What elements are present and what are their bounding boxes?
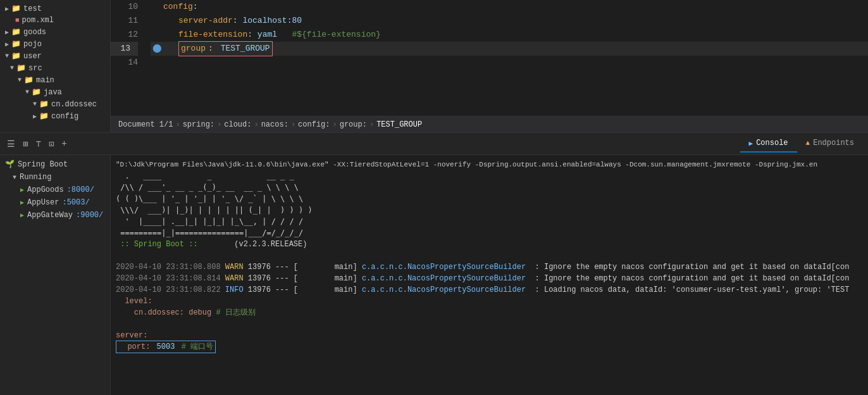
app-label: AppGateWay — [27, 211, 73, 220]
log-thread: main] — [335, 273, 362, 284]
running-dot: ▶ — [20, 199, 24, 206]
sidebar-item-goods[interactable]: ▶ 📁 goods — [0, 26, 110, 38]
sidebar-item-config[interactable]: ▶ 📁 config — [0, 110, 110, 122]
sidebar-label: main — [36, 76, 54, 85]
line-numbers: 10 11 12 13 14 — [111, 0, 146, 116]
sidebar-item-pojo[interactable]: ▶ 📁 pojo — [0, 38, 110, 50]
console-output: "D:\Jdk\Program Files\Java\jdk-11.0.6\bi… — [111, 155, 868, 395]
menu-icon[interactable]: ☰ — [5, 137, 17, 151]
code-token: config — [163, 0, 193, 14]
config-cn-line: cn.ddossec: debug # 日志级别 — [116, 307, 863, 318]
sidebar-label: test — [23, 4, 42, 13]
app-label: AppUser — [27, 198, 59, 207]
highlighted-line-box: group: TEST_GROUP — [178, 41, 273, 56]
log-thread: main] — [335, 284, 362, 296]
code-line-13: ⬤ group: TEST_GROUP — [151, 42, 868, 56]
folder-icon: 📁 — [11, 39, 21, 49]
port-val: 5003 — [157, 341, 180, 353]
port-key: port: — [118, 341, 155, 353]
tab-console[interactable]: ▶ Console — [740, 135, 797, 153]
code-token: yaml — [257, 28, 277, 42]
file-icon: ■ — [15, 16, 20, 24]
pin-icon[interactable]: ⊡ — [47, 137, 56, 151]
code-lines[interactable]: config: server-addr: localhost:80 file-e… — [146, 0, 868, 116]
log-class: c.a.c.n.c.NacosPropertySourceBuilder — [362, 273, 535, 284]
add-icon[interactable]: + — [59, 137, 68, 151]
sidebar-item-main[interactable]: ▼ 📁 main — [0, 74, 110, 86]
split-panel: 🌱 Spring Boot ▼ Running ▶ AppGoods:8000/… — [0, 155, 868, 395]
endpoint-tab-icon: ▲ — [806, 139, 810, 147]
config-server-line: server: — [116, 330, 863, 341]
filter-icon[interactable]: ⊤ — [34, 137, 42, 151]
code-token: TEST_GROUP — [221, 42, 270, 56]
sidebar-label: user — [23, 52, 42, 61]
sidebar-label: config — [51, 112, 78, 121]
expand-icon: ▶ — [5, 41, 9, 48]
log-space — [298, 261, 335, 273]
config-empty — [116, 318, 863, 330]
breadcrumb-part: spring: — [183, 120, 214, 129]
sidebar-label: java — [44, 88, 62, 97]
sidebar-item-src[interactable]: ▼ 📁 src — [0, 62, 110, 74]
config-key: cn.ddossec: debug — [116, 307, 216, 318]
spring-appgoods-item[interactable]: ▶ AppGoods:8000/ — [0, 184, 110, 196]
log-space — [298, 273, 335, 284]
endpoint-tab-label: Endpoints — [813, 139, 854, 147]
config-comment: # 日志级别 — [216, 307, 255, 318]
spring-running-item[interactable]: ▼ Running — [0, 171, 110, 184]
running-dot: ▶ — [20, 186, 24, 194]
log-space — [298, 284, 335, 296]
app-label: AppGoods — [27, 185, 64, 194]
expand-icon: ▶ — [5, 28, 9, 36]
tab-endpoints[interactable]: ▲ Endpoints — [797, 135, 863, 153]
breadcrumb-sep: › — [291, 120, 295, 129]
grid-icon[interactable]: ⊞ — [21, 137, 30, 151]
log-date: 2020-04-10 23:31:08.808 — [116, 261, 225, 273]
log-msg: : Ignore the empty nacos configuration a… — [535, 273, 850, 284]
config-level-line: level: — [116, 296, 863, 307]
spring-sidebar: 🌱 Spring Boot ▼ Running ▶ AppGoods:8000/… — [0, 155, 111, 395]
app-port: :5003/ — [62, 198, 89, 207]
spring-appuser-item[interactable]: ▶ AppUser:5003/ — [0, 196, 110, 209]
log-class: c.a.c.n.c.NacosPropertySourceBuilder — [362, 261, 535, 273]
code-token: #${file-extension} — [292, 28, 380, 42]
app-port: :9000/ — [76, 211, 103, 220]
log-msg: : Loading nacos data, dataId: 'consumer-… — [535, 284, 850, 296]
sidebar-item-user[interactable]: ▼ 📁 user — [0, 50, 110, 62]
empty-line — [116, 250, 863, 261]
log-pid: 13976 --- [ — [248, 284, 298, 296]
sidebar-item-cnddossec[interactable]: ▼ 📁 cn.ddossec — [0, 98, 110, 110]
running-dot: ▶ — [20, 211, 24, 219]
sidebar-label: cn.ddossec — [51, 100, 97, 109]
config-port-line: port: 5003 # 端口号 — [116, 341, 863, 353]
spring-banner-4: \\\/ ___)| |_)| | | | | || (_| | ) ) ) ) — [116, 204, 863, 216]
log-date: 2020-04-10 23:31:08.814 — [116, 273, 225, 284]
folder-icon: 📁 — [11, 51, 21, 61]
breadcrumb-sep: › — [333, 120, 337, 129]
breadcrumb-sep: › — [254, 120, 258, 129]
sidebar-item-pomxml[interactable]: ■ pom.xml — [0, 15, 110, 26]
app-port: :8000/ — [67, 185, 94, 194]
spring-version: (v2.2.3.RELEASE) — [234, 239, 307, 250]
code-token: : — [233, 14, 243, 28]
sidebar-label: src — [28, 64, 42, 73]
expand-icon: ▼ — [10, 65, 14, 72]
running-label: Running — [20, 173, 51, 182]
code-token — [277, 28, 292, 42]
spring-boot-item[interactable]: 🌱 Spring Boot — [0, 158, 110, 171]
log-class: c.a.c.n.c.NacosPropertySourceBuilder — [362, 284, 535, 296]
expand-icon: ▶ — [5, 5, 9, 13]
log-date: 2020-04-10 23:31:08.822 — [116, 284, 225, 296]
console-cmd-line: "D:\Jdk\Program Files\Java\jdk-11.0.6\bi… — [116, 159, 863, 170]
sidebar-item-test[interactable]: ▶ 📁 test — [0, 3, 110, 15]
console-tab-label: Console — [756, 139, 788, 147]
panel-tabs: ▶ Console ▲ Endpoints — [740, 135, 863, 153]
expand-icon: ▼ — [25, 89, 29, 96]
spring-banner-1: . ____ _ __ _ _ — [116, 170, 863, 182]
code-token: : — [247, 28, 257, 42]
breadcrumb: Document 1/1 › spring: › cloud: › nacos:… — [111, 116, 868, 132]
breakpoint-icon: ⬤ — [151, 42, 163, 56]
sidebar-item-java[interactable]: ▼ 📁 java — [0, 86, 110, 98]
spring-appgateway-item[interactable]: ▶ AppGateWay:9000/ — [0, 209, 110, 222]
code-token: group — [181, 42, 206, 56]
